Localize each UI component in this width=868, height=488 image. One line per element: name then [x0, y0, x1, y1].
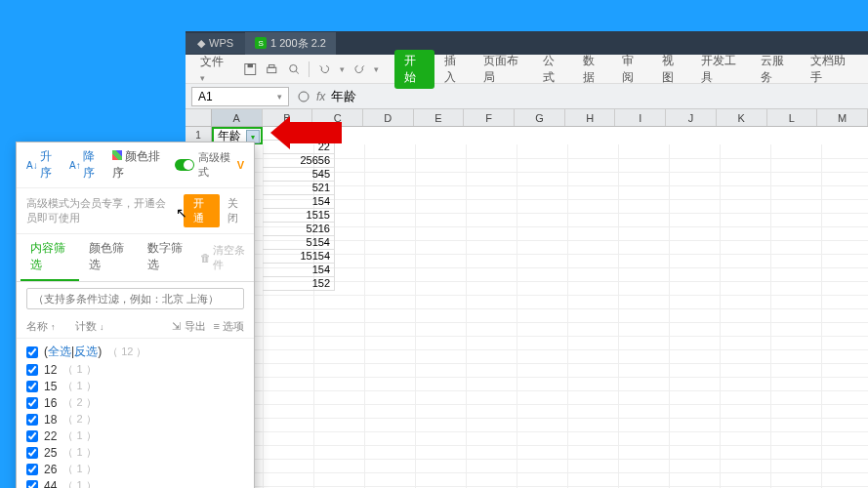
col-header-k[interactable]: K [717, 109, 767, 126]
print-icon[interactable] [265, 61, 279, 77]
invert-link[interactable]: 反选 [74, 345, 98, 358]
sort-desc-label: 降序 [83, 148, 101, 182]
col-header-d[interactable]: D [363, 109, 414, 126]
svg-point-4 [289, 64, 296, 71]
filter-item[interactable]: 26（ 1 ） [26, 461, 244, 477]
filter-item-checkbox[interactable] [26, 430, 38, 442]
tab-document[interactable]: S1 200条 2.2 [245, 32, 336, 55]
filter-item-count: （ 1 ） [62, 478, 96, 488]
sort-desc-button[interactable]: A↑降序 [69, 148, 101, 182]
filter-item[interactable]: 25（ 1 ） [26, 444, 244, 461]
clear-conditions-button[interactable]: 🗑清空条件 [196, 234, 250, 281]
annotation-arrow [288, 122, 342, 143]
export-button[interactable]: ⇲ 导出 [172, 319, 205, 334]
tab-color-filter[interactable]: 颜色筛选 [79, 234, 138, 281]
data-cell[interactable]: 154 [263, 264, 335, 277]
filter-item-count: （ 1 ） [62, 428, 96, 443]
col-name-header[interactable]: 名称 ↑ [26, 319, 75, 334]
tab-content-filter[interactable]: 内容筛选 [21, 234, 79, 281]
autofilter-panel: A↓升序 A↑降序 颜色排序 高级模式 V 高级模式为会员专享，开通会员即可使用… [16, 142, 255, 488]
member-tip-row: 高级模式为会员专享，开通会员即可使用 开通 关闭 [17, 188, 254, 234]
spreadsheet-grid: A B C D E F G H I J K L M 1 年龄 ▾ [186, 109, 868, 488]
ribbon-tab-layout[interactable]: 页面布局 [474, 49, 533, 90]
select-all-row[interactable]: (全选|反选) （ 12 ） [26, 343, 244, 361]
col-header-m[interactable]: M [817, 109, 868, 126]
select-all-link[interactable]: 全选 [48, 345, 71, 358]
col-header-g[interactable]: G [515, 109, 565, 126]
ribbon-tab-data[interactable]: 数据 [573, 49, 613, 90]
select-all-checkbox[interactable] [26, 346, 38, 358]
col-header-f[interactable]: F [464, 109, 515, 126]
filter-item-value: 26 [44, 463, 57, 476]
col-header-h[interactable]: H [565, 109, 616, 126]
filter-item-checkbox[interactable] [26, 381, 38, 392]
filter-item[interactable]: 12（ 1 ） [26, 361, 244, 378]
toggle-switch-icon[interactable] [175, 159, 194, 171]
advanced-mode-toggle[interactable]: 高级模式 V [175, 150, 244, 180]
data-cell[interactable]: 545 [263, 168, 335, 182]
filter-item[interactable]: 16（ 2 ） [26, 394, 244, 411]
undo-dropdown-icon[interactable]: ▾ [340, 64, 345, 74]
options-button[interactable]: ≡ 选项 [214, 319, 244, 334]
save-icon[interactable] [243, 61, 258, 77]
ribbon-tab-review[interactable]: 审阅 [612, 49, 652, 90]
redo-icon[interactable] [352, 61, 367, 77]
filter-search-input[interactable] [26, 288, 244, 309]
filter-item-value: 16 [44, 396, 57, 410]
filter-item-checkbox[interactable] [26, 464, 38, 475]
col-header-i[interactable]: I [615, 109, 666, 126]
filter-item-checkbox[interactable] [26, 480, 38, 489]
color-sort-button[interactable]: 颜色排序 [112, 148, 163, 182]
cell-ref-value: A1 [198, 90, 213, 103]
filter-item-checkbox[interactable] [26, 414, 38, 426]
data-cell[interactable]: 25656 [263, 154, 335, 168]
undo-icon[interactable] [317, 61, 332, 77]
sort-up-icon: ↑ [51, 322, 56, 332]
data-cell[interactable]: 5154 [263, 236, 335, 250]
ribbon-tab-dev[interactable]: 开发工具 [691, 49, 751, 90]
col-count-header[interactable]: 计数 ↓ [75, 319, 124, 334]
filter-item[interactable]: 18（ 2 ） [26, 411, 244, 427]
cell-reference-box[interactable]: A1▾ [191, 87, 289, 106]
filter-item-checkbox[interactable] [26, 397, 38, 409]
data-cell[interactable]: 5216 [263, 223, 335, 236]
filter-item[interactable]: 44（ 1 ） [26, 477, 244, 488]
file-menu[interactable]: 文件 [193, 51, 235, 87]
col-header-j[interactable]: J [666, 109, 717, 126]
filter-item[interactable]: 22（ 1 ） [26, 427, 244, 444]
filter-item-value: 44 [44, 479, 57, 489]
cells-area[interactable]: 年龄 ▾ 10022256565455211541515521651541515… [212, 127, 868, 488]
formula-input[interactable] [331, 89, 624, 103]
ribbon-tab-formula[interactable]: 公式 [533, 49, 573, 90]
sort-desc-icon: A↑ [69, 160, 81, 171]
filter-item-checkbox[interactable] [26, 364, 38, 376]
open-membership-button[interactable]: 开通 [184, 194, 220, 227]
arrow-head-icon [270, 116, 290, 149]
filter-item-count: （ 1 ） [62, 445, 96, 460]
col-header-e[interactable]: E [414, 109, 465, 126]
ribbon-tab-cloud[interactable]: 云服务 [751, 49, 801, 90]
tab-number-filter[interactable]: 数字筛选 [138, 234, 196, 281]
ribbon-tab-view[interactable]: 视图 [652, 49, 692, 90]
data-cell[interactable]: 152 [263, 277, 335, 291]
col-header-a[interactable]: A [212, 109, 263, 126]
redo-dropdown-icon[interactable]: ▾ [374, 64, 379, 74]
filter-item-checkbox[interactable] [26, 447, 38, 459]
sort-asc-button[interactable]: A↓升序 [26, 148, 58, 182]
preview-icon[interactable] [287, 61, 302, 77]
sort-asc-label: 升序 [40, 148, 58, 182]
filter-item[interactable]: 15（ 1 ） [26, 378, 244, 394]
data-cell[interactable]: 521 [263, 182, 335, 195]
function-icon[interactable] [297, 90, 310, 103]
ribbon-tab-helper[interactable]: 文档助手 [801, 49, 860, 90]
color-sort-icon [112, 150, 122, 160]
ribbon-tab-start[interactable]: 开始 [394, 50, 434, 89]
select-all-corner[interactable] [186, 109, 212, 126]
col-header-l[interactable]: L [767, 109, 818, 126]
ribbon-tab-insert[interactable]: 插入 [434, 49, 475, 90]
data-cell[interactable]: 1515 [263, 209, 335, 223]
dropdown-icon[interactable]: ▾ [277, 92, 282, 102]
data-cell[interactable]: 154 [263, 195, 335, 209]
data-cell[interactable]: 15154 [263, 250, 335, 264]
close-tip-button[interactable]: 关闭 [227, 196, 244, 225]
